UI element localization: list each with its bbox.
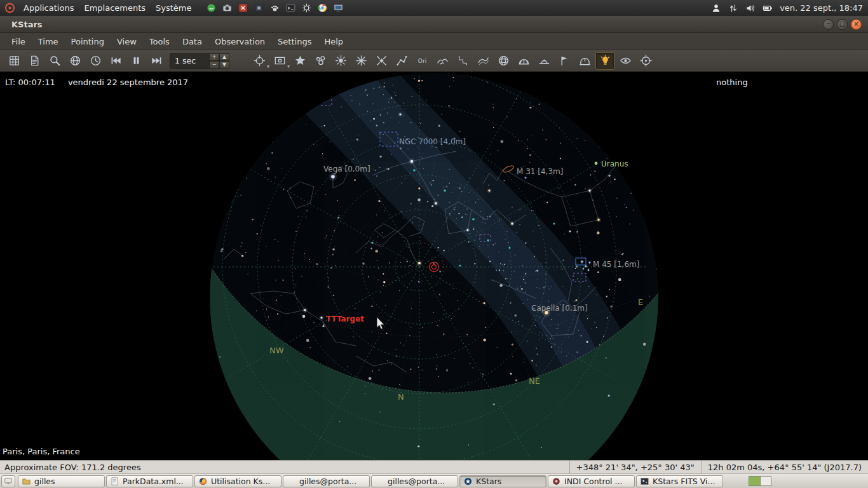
user-indicator-icon[interactable] (711, 3, 721, 13)
taskbar-window-label: gilles@porta... (388, 477, 445, 486)
whats-interesting-button[interactable] (616, 52, 635, 70)
taskbar-window-label: ParkData.xml... (123, 477, 184, 486)
horizon-icon (538, 55, 550, 67)
taskbar-window-button[interactable]: ParkData.xml... (106, 475, 193, 487)
window-titlebar[interactable]: KStars −□× (0, 16, 868, 33)
menu-data[interactable]: Data (176, 35, 208, 48)
battery-indicator-icon[interactable] (763, 3, 773, 13)
chrome-icon[interactable] (317, 3, 328, 13)
terminal-icon[interactable] (285, 3, 296, 13)
toggle-stars-button[interactable] (290, 52, 309, 70)
taskbar-window-button[interactable]: INDI Control ... (548, 475, 635, 487)
focus-infobox[interactable]: nothing (716, 78, 748, 87)
term-icon (287, 477, 296, 486)
window-title: KStars (11, 20, 43, 29)
toggle-constellation-names-button[interactable]: Ori (412, 52, 431, 70)
toggle-solar-system-button[interactable] (331, 52, 350, 70)
volume-indicator-icon[interactable] (745, 3, 756, 13)
panel-menu-emplacements[interactable]: Emplacements (79, 1, 151, 15)
menu-view[interactable]: View (111, 35, 143, 48)
toggle-milky-way-button[interactable] (473, 52, 492, 70)
workspace-1[interactable] (749, 477, 760, 485)
distro-menu-icon[interactable] (4, 2, 16, 14)
menu-help[interactable]: Help (318, 35, 349, 48)
dome-icon (579, 55, 591, 67)
network-indicator-icon[interactable] (728, 3, 738, 13)
maximize-button[interactable]: □ (837, 19, 848, 30)
set-time-button[interactable] (86, 52, 105, 70)
taskbar-window-label: gilles (34, 477, 55, 486)
term-icon (375, 477, 384, 486)
menu-file[interactable]: File (5, 35, 32, 48)
timestep-unit-up-button[interactable]: + (209, 53, 219, 61)
panel-clock[interactable]: ven. 22 sept., 18:47 (780, 3, 863, 13)
location-infobox[interactable]: Paris, Paris, France (3, 447, 80, 456)
panel-indicators-area: ven. 22 sept., 18:47 (711, 3, 864, 13)
monitor-icon[interactable] (333, 3, 344, 13)
timestep-unit-spinner: + − (209, 53, 219, 69)
night-vision-button[interactable] (595, 52, 614, 70)
cardinal-label: E (638, 297, 643, 307)
timestep-down-button[interactable]: ▼ (219, 61, 229, 69)
toggle-satellites-button[interactable] (372, 52, 391, 70)
taskbar-window-button[interactable]: Utilisation Ks... (194, 475, 281, 487)
open-file-button[interactable] (25, 52, 44, 70)
timestep-value[interactable]: 1 sec (170, 53, 209, 69)
taskbar-window-button[interactable]: KStars (459, 475, 546, 487)
fov-symbol-button[interactable]: ▾ (270, 52, 289, 70)
fov-status: Approximate FOV: 171.2 degrees (0, 463, 146, 472)
menu-settings[interactable]: Settings (271, 35, 318, 48)
toggle-horizon-button[interactable] (534, 52, 553, 70)
set-geolocation-button[interactable] (65, 52, 85, 70)
toggle-constellation-lines-button[interactable] (392, 52, 411, 70)
menu-observation[interactable]: Observation (208, 35, 271, 48)
toggle-horizontal-grid-button[interactable] (514, 52, 533, 70)
toggle-flags-button[interactable] (555, 52, 574, 70)
cardinal-label: N (398, 392, 404, 402)
globe-icon (69, 55, 81, 67)
gear-icon[interactable] (301, 3, 312, 13)
timestep-spinbox[interactable]: 1 sec + − ▲ ▼ (170, 53, 229, 69)
workspace-2[interactable] (760, 477, 771, 485)
sky-map[interactable]: NGC 7000 [4,0m]Vega [0,0m]M 31 [4,3m]Ura… (0, 72, 868, 460)
focus-object-button[interactable]: ▾ (250, 52, 269, 70)
timestep-up-button[interactable]: ▲ (219, 53, 229, 61)
java-icon[interactable] (206, 3, 217, 13)
taskbar-window-button[interactable]: gilles@porta... (283, 475, 370, 487)
taskbar-window-button[interactable]: KStars FITS Vi... (636, 475, 723, 487)
toggle-constellation-boundaries-button[interactable] (453, 52, 472, 70)
telescope-target-button[interactable] (636, 52, 655, 70)
panel-menu-applications[interactable]: Applications (18, 1, 79, 15)
download-data-button[interactable] (4, 52, 24, 70)
toggle-supernovae-button[interactable] (351, 52, 370, 70)
taskbar-window-button[interactable]: gilles (18, 475, 105, 487)
show-desktop-button[interactable] (1, 475, 15, 487)
toggle-equatorial-grid-button[interactable] (494, 52, 513, 70)
time-step-backward-button[interactable] (106, 52, 125, 70)
time-infobox[interactable]: LT: 00:07:11 vendredi 22 septembre 2017 (5, 78, 188, 87)
dropdown-arrow-icon: ▾ (287, 64, 290, 69)
menu-pointing[interactable]: Pointing (65, 35, 111, 48)
find-object-button[interactable] (45, 52, 64, 70)
time-step-forward-button[interactable] (147, 52, 166, 70)
taskbar-window-button[interactable]: gilles@porta... (371, 475, 458, 487)
minimize-button[interactable]: − (823, 19, 834, 30)
panel-menu-systme[interactable]: Système (151, 1, 196, 15)
workspace-switcher (749, 476, 771, 486)
milkyway-icon (477, 55, 489, 67)
close-button[interactable]: × (851, 19, 862, 30)
menu-time[interactable]: Time (32, 35, 65, 48)
timestep-unit-down-button[interactable]: − (209, 61, 219, 69)
horizontal-coordinates: +348° 21' 34", +25° 30' 43" (569, 461, 701, 473)
paw-icon[interactable] (269, 3, 280, 13)
record-icon[interactable] (238, 3, 248, 13)
toggle-observatory-button[interactable] (575, 52, 594, 70)
toggle-deep-sky-button[interactable] (311, 52, 330, 70)
appdark-icon[interactable] (254, 3, 264, 13)
menu-tools[interactable]: Tools (143, 35, 176, 48)
toggle-clock-button[interactable] (126, 52, 146, 70)
sky-object-label: M 31 [4,3m] (517, 167, 563, 176)
camera-icon[interactable] (222, 3, 233, 13)
toggle-constellation-art-button[interactable] (433, 52, 452, 70)
fovimg-icon (274, 55, 286, 67)
